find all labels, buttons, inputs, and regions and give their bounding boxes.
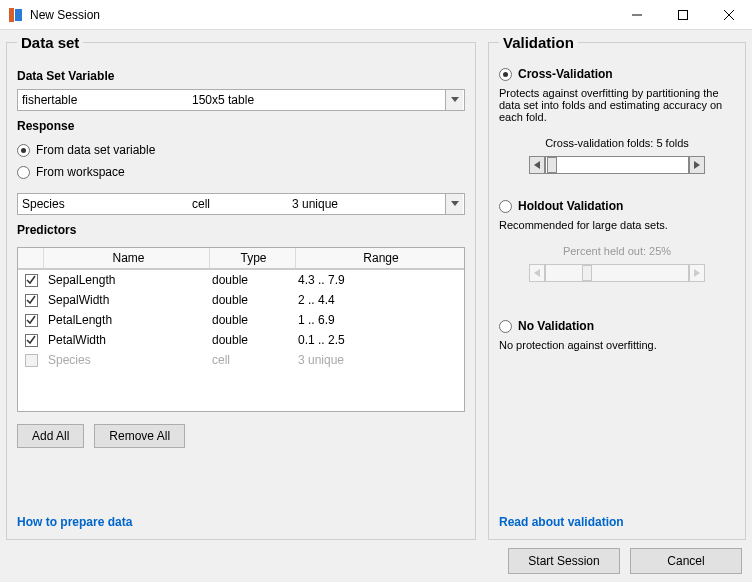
close-button[interactable] <box>706 0 752 30</box>
predictor-type: double <box>210 333 296 347</box>
window-title: New Session <box>30 8 614 22</box>
checkbox[interactable] <box>25 294 38 307</box>
radio-from-dataset[interactable]: From data set variable <box>17 143 465 157</box>
prepare-data-link[interactable]: How to prepare data <box>17 515 132 529</box>
add-all-button[interactable]: Add All <box>17 424 84 448</box>
dataset-var-label: Data Set Variable <box>17 69 465 83</box>
header-type[interactable]: Type <box>210 248 296 269</box>
cross-desc: Protects against overfitting by partitio… <box>499 87 735 123</box>
slider-right-icon <box>689 264 705 282</box>
holdout-desc: Recommended for large data sets. <box>499 219 735 231</box>
holdout-percent-label: Percent held out: 25% <box>499 245 735 257</box>
radio-label: Cross-Validation <box>518 67 613 81</box>
radio-icon <box>17 144 30 157</box>
slider-right-icon[interactable] <box>689 156 705 174</box>
response-label: Response <box>17 119 465 133</box>
chevron-down-icon <box>445 194 463 214</box>
dataset-legend: Data set <box>17 34 83 51</box>
radio-label: From workspace <box>36 165 125 179</box>
predictor-type: double <box>210 273 296 287</box>
none-desc: No protection against overfitting. <box>499 339 735 351</box>
predictor-range: 0.1 .. 2.5 <box>296 333 444 347</box>
predictor-name: SepalLength <box>44 273 210 287</box>
table-row: PetalLengthdouble1 .. 6.9 <box>18 310 464 330</box>
table-row: SepalLengthdouble4.3 .. 7.9 <box>18 270 464 290</box>
cross-folds-slider[interactable] <box>529 155 705 175</box>
slider-left-icon <box>529 264 545 282</box>
radio-icon <box>17 166 30 179</box>
response-type: cell <box>192 197 292 211</box>
predictor-range: 3 unique <box>296 353 444 367</box>
svg-rect-0 <box>9 8 14 22</box>
header-range[interactable]: Range <box>296 248 464 269</box>
dataset-var-dropdown[interactable]: fishertable 150x5 table <box>17 89 465 111</box>
dataset-var-size: 150x5 table <box>192 93 254 107</box>
svg-rect-3 <box>679 10 688 19</box>
predictor-type: cell <box>210 353 296 367</box>
predictor-name: SepalWidth <box>44 293 210 307</box>
titlebar: New Session <box>0 0 752 30</box>
footer: Start Session Cancel <box>0 544 752 578</box>
predictors-table: Name Type Range SepalLengthdouble4.3 .. … <box>17 247 465 412</box>
predictor-range: 1 .. 6.9 <box>296 313 444 327</box>
slider-thumb <box>582 265 592 281</box>
checkbox <box>25 354 38 367</box>
slider-left-icon[interactable] <box>529 156 545 174</box>
radio-icon <box>499 200 512 213</box>
cross-folds-label: Cross-validation folds: 5 folds <box>499 137 735 149</box>
radio-cross-validation[interactable]: Cross-Validation <box>499 67 735 81</box>
response-dropdown[interactable]: Species cell 3 unique <box>17 193 465 215</box>
predictor-type: double <box>210 313 296 327</box>
remove-all-button[interactable]: Remove All <box>94 424 185 448</box>
radio-holdout-validation[interactable]: Holdout Validation <box>499 199 735 213</box>
svg-marker-7 <box>451 201 459 206</box>
radio-icon <box>499 68 512 81</box>
svg-rect-1 <box>15 9 22 21</box>
svg-marker-10 <box>534 269 540 277</box>
radio-icon <box>499 320 512 333</box>
checkbox[interactable] <box>25 314 38 327</box>
maximize-button[interactable] <box>660 0 706 30</box>
validation-legend: Validation <box>499 34 578 51</box>
validation-panel: Validation Cross-Validation Protects aga… <box>488 34 746 540</box>
table-row: SepalWidthdouble2 .. 4.4 <box>18 290 464 310</box>
radio-label: From data set variable <box>36 143 155 157</box>
minimize-button[interactable] <box>614 0 660 30</box>
svg-marker-9 <box>694 161 700 169</box>
radio-no-validation[interactable]: No Validation <box>499 319 735 333</box>
predictor-name: PetalLength <box>44 313 210 327</box>
response-name: Species <box>22 197 192 211</box>
chevron-down-icon <box>445 90 463 110</box>
predictor-range: 2 .. 4.4 <box>296 293 444 307</box>
radio-label: Holdout Validation <box>518 199 623 213</box>
radio-from-workspace[interactable]: From workspace <box>17 165 465 179</box>
predictor-name: PetalWidth <box>44 333 210 347</box>
predictor-range: 4.3 .. 7.9 <box>296 273 444 287</box>
dataset-var-name: fishertable <box>22 93 192 107</box>
svg-marker-11 <box>694 269 700 277</box>
read-validation-link[interactable]: Read about validation <box>499 515 624 529</box>
table-row: Speciescell3 unique <box>18 350 464 370</box>
predictors-label: Predictors <box>17 223 465 237</box>
checkbox[interactable] <box>25 334 38 347</box>
radio-label: No Validation <box>518 319 594 333</box>
dataset-panel: Data set Data Set Variable fishertable 1… <box>6 34 476 540</box>
checkbox[interactable] <box>25 274 38 287</box>
app-icon <box>8 7 24 23</box>
slider-track[interactable] <box>545 156 689 174</box>
start-session-button[interactable]: Start Session <box>508 548 620 574</box>
svg-marker-8 <box>534 161 540 169</box>
predictor-name: Species <box>44 353 210 367</box>
predictor-type: double <box>210 293 296 307</box>
slider-track <box>545 264 689 282</box>
header-name[interactable]: Name <box>44 248 210 269</box>
table-header: Name Type Range <box>18 248 464 270</box>
cancel-button[interactable]: Cancel <box>630 548 742 574</box>
response-range: 3 unique <box>292 197 338 211</box>
slider-thumb[interactable] <box>547 157 557 173</box>
holdout-percent-slider <box>529 263 705 283</box>
svg-marker-6 <box>451 97 459 102</box>
table-row: PetalWidthdouble0.1 .. 2.5 <box>18 330 464 350</box>
